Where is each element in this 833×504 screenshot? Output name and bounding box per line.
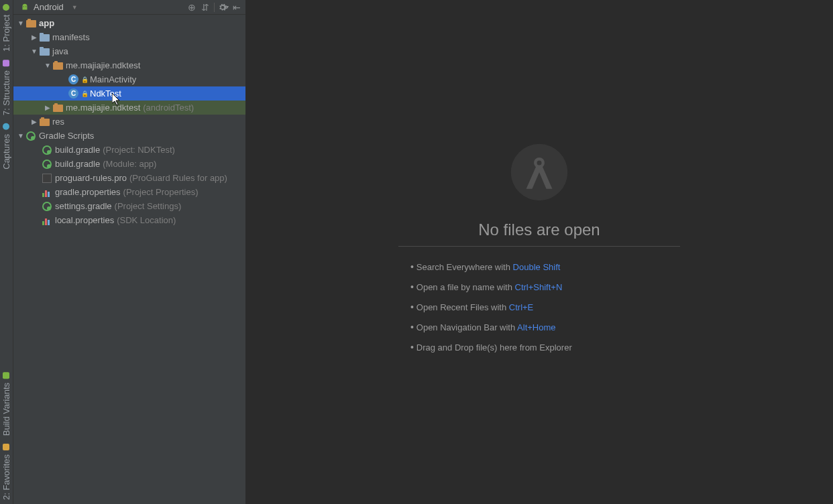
tree-label: proguard-rules.pro (55, 173, 127, 183)
stripe-project[interactable]: 1: Project (0, 0, 13, 56)
lock-icon: 🔒 (81, 76, 89, 83)
tree-label: java (52, 46, 68, 56)
tree-suffix: (androidTest) (143, 103, 194, 113)
svg-rect-8 (53, 105, 63, 112)
svg-point-14 (537, 160, 541, 165)
gradle-file-icon (42, 159, 52, 170)
tree-label: me.majiajie.ndktest (66, 60, 140, 70)
editor-empty-state: No files are open • Search Everywhere wi… (398, 143, 680, 362)
tip-item: • Open a file by name with Ctrl+Shift+N (410, 281, 572, 292)
stripe-build-variants[interactable]: Build Variants (0, 368, 13, 440)
tip-item: • Search Everywhere with Double Shift (410, 261, 572, 272)
tree-label: settings.gradle (55, 201, 112, 211)
empty-title: No files are open (398, 220, 680, 247)
gradle-icon (25, 131, 36, 141)
folder-icon (39, 46, 50, 57)
stripe-captures[interactable]: Captures (0, 119, 13, 174)
tree-node-build-gradle-module[interactable]: build.gradle (Module: app) (13, 157, 245, 171)
tree-node-local-properties[interactable]: local.properties (SDK Location) (13, 213, 245, 227)
tree-label: gradle.properties (55, 187, 121, 197)
tree-node-build-gradle-project[interactable]: build.gradle (Project: NDKTest) (13, 143, 245, 157)
chevron-down-icon: ▼ (72, 4, 78, 11)
tips-list: • Search Everywhere with Double Shift • … (398, 261, 572, 362)
properties-icon (42, 187, 52, 198)
tree-suffix: (Module: app) (103, 159, 156, 169)
project-view-label: Android (34, 2, 64, 12)
tool-window-stripe: 1: Project 7: Structure Captures Build V… (0, 0, 13, 504)
editor-area: No files are open • Search Everywhere wi… (245, 0, 833, 504)
scroll-from-source-button[interactable]: ⊕ (186, 1, 198, 13)
tree-suffix: (ProGuard Rules for app) (129, 173, 227, 183)
tree-label: local.properties (55, 215, 114, 225)
file-icon (42, 173, 52, 184)
lock-icon: 🔒 (81, 90, 89, 97)
tree-label: build.gradle (55, 159, 100, 169)
tree-node-ndk-test[interactable]: C 🔒 NdkTest (13, 86, 245, 101)
tree-label: NdkTest (90, 88, 121, 99)
tree-node-app[interactable]: ▼ app (13, 16, 245, 30)
expand-toggle[interactable]: ▼ (43, 62, 52, 69)
expand-toggle[interactable]: ▼ (16, 132, 25, 139)
project-view-selector[interactable]: Android ▼ (20, 2, 78, 12)
gradle-file-icon (42, 201, 52, 212)
tree-label: me.majiajie.ndktest (66, 103, 140, 113)
tree-label: manifests (52, 32, 90, 42)
tree-node-settings-gradle[interactable]: settings.gradle (Project Settings) (13, 199, 245, 213)
hide-panel-button[interactable]: ⇤ (231, 1, 243, 13)
svg-rect-11 (41, 117, 44, 119)
properties-icon (42, 215, 52, 226)
svg-rect-0 (26, 20, 36, 27)
class-icon: C (68, 88, 78, 99)
svg-rect-9 (54, 103, 58, 105)
tree-node-manifests[interactable]: ▶ manifests (13, 30, 245, 44)
tree-node-main-activity[interactable]: C 🔒 MainActivity (13, 72, 245, 86)
tree-node-pkg-test[interactable]: ▶ me.majiajie.ndktest (androidTest) (13, 101, 245, 115)
tree-label: app (39, 18, 54, 28)
expand-toggle[interactable]: ▶ (30, 118, 39, 125)
tree-label: Gradle Scripts (39, 131, 94, 141)
svg-rect-6 (53, 62, 63, 70)
folder-icon (39, 32, 50, 43)
svg-rect-1 (27, 19, 31, 21)
tree-node-res[interactable]: ▶ res (13, 115, 245, 129)
tree-label: MainActivity (90, 74, 136, 84)
tree-node-pkg-main[interactable]: ▼ me.majiajie.ndktest (13, 58, 245, 72)
android-icon (20, 3, 30, 12)
project-panel: Android ▼ ⊕ ⇵ ▾ ⇤ ▼ app ▶ (13, 0, 245, 504)
tree-node-proguard[interactable]: proguard-rules.pro (ProGuard Rules for a… (13, 171, 245, 185)
svg-rect-5 (40, 47, 44, 50)
collapse-all-button[interactable]: ⇵ (199, 1, 211, 13)
separator (214, 3, 215, 12)
tree-node-gradle-scripts[interactable]: ▼ Gradle Scripts (13, 129, 245, 143)
package-icon (52, 60, 63, 71)
tree-suffix: (SDK Location) (117, 215, 176, 225)
class-icon: C (68, 74, 78, 84)
tree-label: res (52, 117, 64, 127)
tip-item: • Open Recent Files with Ctrl+E (410, 302, 572, 312)
gear-icon[interactable]: ▾ (217, 1, 229, 13)
tip-item: • Open Navigation Bar with Alt+Home (410, 322, 572, 332)
svg-rect-7 (54, 61, 58, 63)
stripe-favorites[interactable]: 2: Favorites (0, 440, 13, 504)
expand-toggle[interactable]: ▶ (30, 34, 39, 41)
project-panel-header: Android ▼ ⊕ ⇵ ▾ ⇤ (13, 0, 245, 15)
svg-rect-3 (40, 33, 44, 36)
module-icon (25, 18, 36, 29)
tree-label: build.gradle (55, 145, 100, 155)
tree-suffix: (Project Settings) (115, 201, 182, 211)
tree-suffix: (Project: NDKTest) (103, 145, 175, 155)
stripe-structure[interactable]: 7: Structure (0, 56, 13, 119)
project-tree[interactable]: ▼ app ▶ manifests ▼ java ▼ (13, 15, 245, 504)
res-folder-icon (39, 117, 50, 127)
tree-suffix: (Project Properties) (123, 187, 199, 197)
tip-item: • Drag and Drop file(s) here from Explor… (410, 342, 572, 353)
tree-node-java[interactable]: ▼ java (13, 44, 245, 58)
package-icon (52, 103, 63, 113)
svg-rect-10 (40, 119, 50, 126)
gradle-file-icon (42, 145, 52, 155)
android-studio-logo (510, 143, 569, 202)
tree-node-gradle-properties[interactable]: gradle.properties (Project Properties) (13, 185, 245, 199)
expand-toggle[interactable]: ▼ (30, 48, 39, 55)
expand-toggle[interactable]: ▼ (16, 19, 25, 27)
expand-toggle[interactable]: ▶ (43, 104, 52, 111)
